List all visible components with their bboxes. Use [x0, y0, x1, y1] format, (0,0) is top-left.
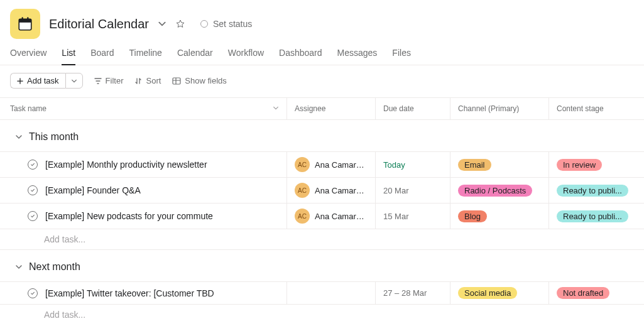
- channel-cell[interactable]: Radio / Podcasts: [450, 178, 549, 203]
- section: This month[Example] Monthly productivity…: [0, 120, 644, 250]
- add-task-caret-button[interactable]: [65, 73, 83, 89]
- due-date-value: 15 Mar: [383, 212, 408, 221]
- column-header-task-name[interactable]: Task name: [0, 98, 287, 119]
- assignee-cell[interactable]: ACAna Camarena: [287, 152, 376, 177]
- content-stage-pill: Ready to publi...: [557, 210, 628, 222]
- add-task-button[interactable]: Add task: [10, 73, 65, 89]
- table-row[interactable]: [Example] Twitter takeover: [Customer TB…: [0, 281, 644, 304]
- complete-check-icon[interactable]: [28, 160, 38, 170]
- project-title[interactable]: Editorial Calendar: [49, 17, 149, 31]
- assignee-cell[interactable]: ACAna Camarena: [287, 178, 376, 203]
- show-fields-label: Show fields: [185, 76, 226, 85]
- content-stage-pill: Ready to publi...: [557, 185, 628, 197]
- project-header: Editorial Calendar Set status: [0, 0, 644, 45]
- tab-overview[interactable]: Overview: [10, 45, 46, 65]
- show-fields-button[interactable]: Show fields: [172, 76, 226, 85]
- project-title-caret-icon[interactable]: [158, 19, 166, 28]
- star-icon[interactable]: [175, 19, 185, 29]
- add-task-row[interactable]: Add task...: [0, 304, 644, 325]
- assignee-cell[interactable]: [287, 282, 376, 304]
- channel-pill: Social media: [458, 287, 517, 299]
- tab-calendar[interactable]: Calendar: [177, 45, 213, 65]
- content-stage-pill: In review: [557, 159, 602, 171]
- svg-rect-3: [27, 17, 28, 20]
- tab-workflow[interactable]: Workflow: [228, 45, 264, 65]
- task-table: Task name Assignee Due date Channel (Pri…: [0, 97, 644, 325]
- content-stage-pill: Not drafted: [557, 287, 609, 299]
- due-date-cell[interactable]: 20 Mar: [376, 178, 450, 203]
- table-row[interactable]: [Example] Founder Q&AACAna Camarena20 Ma…: [0, 177, 644, 203]
- channel-cell[interactable]: Social media: [450, 282, 549, 304]
- assignee-name: Ana Camarena: [315, 212, 368, 221]
- tab-timeline[interactable]: Timeline: [129, 45, 162, 65]
- project-icon: [10, 9, 40, 39]
- task-name-text: [Example] Founder Q&A: [45, 185, 141, 195]
- add-task-label: Add task: [27, 76, 59, 85]
- svg-rect-2: [22, 17, 23, 20]
- due-date-cell[interactable]: 15 Mar: [376, 203, 450, 229]
- section-title: This month: [29, 131, 79, 143]
- avatar: AC: [295, 209, 310, 224]
- column-header-assignee[interactable]: Assignee: [287, 98, 376, 119]
- channel-cell[interactable]: Email: [450, 152, 549, 177]
- task-name-cell[interactable]: [Example] Twitter takeover: [Customer TB…: [0, 282, 287, 304]
- table-row[interactable]: [Example] New podcasts for your commuteA…: [0, 203, 644, 229]
- table-header: Task name Assignee Due date Channel (Pri…: [0, 98, 644, 120]
- task-name-cell[interactable]: [Example] Founder Q&A: [0, 178, 287, 203]
- due-date-value: 27 – 28 Mar: [383, 288, 427, 298]
- due-date-cell[interactable]: 27 – 28 Mar: [376, 282, 450, 304]
- due-date-cell[interactable]: Today: [376, 152, 450, 177]
- table-row[interactable]: [Example] Monthly productivity newslette…: [0, 151, 644, 177]
- status-circle-icon: [200, 20, 208, 28]
- tab-messages[interactable]: Messages: [337, 45, 378, 65]
- content-stage-cell[interactable]: Ready to publi...: [549, 178, 643, 203]
- avatar: AC: [295, 183, 310, 198]
- list-toolbar: Add task Filter Sort Show fields: [0, 65, 644, 97]
- content-stage-cell[interactable]: Not drafted: [549, 282, 643, 304]
- column-header-channel[interactable]: Channel (Primary): [450, 98, 549, 119]
- task-name-cell[interactable]: [Example] New podcasts for your commute: [0, 203, 287, 229]
- column-header-content-stage[interactable]: Content stage: [549, 98, 643, 119]
- channel-pill: Blog: [458, 210, 487, 222]
- sort-label: Sort: [146, 76, 161, 85]
- section-title: Next month: [29, 261, 80, 273]
- filter-button[interactable]: Filter: [94, 76, 124, 85]
- complete-check-icon[interactable]: [28, 185, 38, 195]
- sort-button[interactable]: Sort: [134, 76, 161, 85]
- chevron-down-icon: [15, 133, 23, 141]
- task-name-text: [Example] Monthly productivity newslette…: [45, 160, 207, 170]
- complete-check-icon[interactable]: [28, 211, 38, 221]
- assignee-cell[interactable]: ACAna Camarena: [287, 203, 376, 229]
- channel-pill: Radio / Podcasts: [458, 185, 532, 197]
- task-name-cell[interactable]: [Example] Monthly productivity newslette…: [0, 152, 287, 177]
- task-name-text: [Example] New podcasts for your commute: [45, 211, 213, 221]
- add-task-row[interactable]: Add task...: [0, 229, 644, 249]
- channel-pill: Email: [458, 159, 491, 171]
- filter-label: Filter: [106, 76, 124, 85]
- tab-dashboard[interactable]: Dashboard: [279, 45, 322, 65]
- content-stage-cell[interactable]: Ready to publi...: [549, 203, 643, 229]
- tab-board[interactable]: Board: [90, 45, 114, 65]
- svg-rect-1: [19, 19, 31, 22]
- project-tabs: OverviewListBoardTimelineCalendarWorkflo…: [0, 45, 644, 65]
- set-status-button[interactable]: Set status: [194, 16, 258, 31]
- chevron-down-icon: [15, 263, 23, 271]
- task-name-text: [Example] Twitter takeover: [Customer TB…: [45, 288, 214, 298]
- set-status-label: Set status: [213, 19, 252, 29]
- due-date-value: Today: [383, 160, 405, 170]
- channel-cell[interactable]: Blog: [450, 203, 549, 229]
- content-stage-cell[interactable]: In review: [549, 152, 643, 177]
- chevron-down-icon: [273, 104, 279, 113]
- svg-rect-4: [173, 78, 180, 84]
- complete-check-icon[interactable]: [28, 288, 38, 298]
- assignee-name: Ana Camarena: [315, 186, 368, 195]
- column-header-due-date[interactable]: Due date: [376, 98, 450, 119]
- section: Next month[Example] Twitter takeover: [C…: [0, 250, 644, 325]
- tab-files[interactable]: Files: [392, 45, 411, 65]
- section-header[interactable]: Next month: [0, 250, 644, 281]
- avatar: AC: [295, 157, 310, 172]
- assignee-name: Ana Camarena: [315, 160, 368, 170]
- due-date-value: 20 Mar: [383, 186, 408, 195]
- section-header[interactable]: This month: [0, 120, 644, 151]
- tab-list[interactable]: List: [62, 45, 75, 65]
